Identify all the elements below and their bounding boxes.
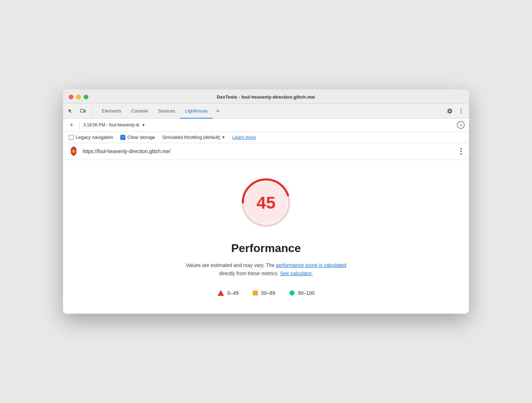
divider (79, 121, 80, 129)
url-row: 🏮 https://foul-heavenly-direction.glitch… (63, 143, 469, 160)
legacy-nav-label: Legacy navigation (76, 135, 113, 140)
address-display: 3:18:06 PM - foul-heavenly-di ▼ (83, 122, 453, 127)
stop-icon[interactable]: ⊘ (457, 121, 465, 129)
perf-score-link[interactable]: performance score is calculated (276, 262, 346, 268)
page-url: https://foul-heavenly-direction.glitch.m… (83, 148, 455, 154)
legend-item-green: 90–100 (290, 290, 315, 296)
tab-more[interactable]: » (213, 104, 223, 119)
add-tab-button[interactable]: + (67, 121, 76, 129)
close-button[interactable] (69, 95, 73, 99)
svg-point-3 (461, 110, 462, 111)
green-circle-icon (290, 291, 294, 295)
devtools-icons (66, 106, 93, 116)
clear-storage-label: Clear storage (127, 135, 155, 140)
legend-label-orange: 50–89 (261, 290, 275, 296)
throttle-dropdown-arrow: ▼ (221, 135, 225, 139)
svg-point-2 (461, 109, 462, 110)
toolbar-bar: + 3:18:06 PM - foul-heavenly-di ▼ ⊘ (63, 119, 469, 132)
legend-item-orange: 50–89 (253, 290, 275, 296)
inspect-icon[interactable] (66, 106, 76, 116)
devtools-tabs-bar: Elements Console Sources Lighthouse » (63, 104, 469, 119)
legacy-nav-option[interactable]: Legacy navigation (69, 135, 113, 140)
tab-lighthouse[interactable]: Lighthouse (180, 104, 213, 119)
more-options-icon[interactable] (456, 106, 466, 116)
score-container: 45 (238, 174, 294, 231)
learn-more-link[interactable]: Learn more (232, 135, 256, 140)
score-legend: 0–49 50–89 90–100 (218, 290, 315, 296)
score-number: 45 (256, 193, 275, 213)
browser-window: DevTools - foul-heavenly-direction.glitc… (63, 89, 469, 314)
tab-console[interactable]: Console (126, 104, 153, 119)
settings-icon[interactable] (445, 106, 455, 116)
tab-elements[interactable]: Elements (97, 104, 126, 119)
legend-label-green: 90–100 (298, 290, 315, 296)
tab-sources[interactable]: Sources (153, 104, 180, 119)
svg-rect-0 (80, 109, 84, 112)
lighthouse-favicon-icon: 🏮 (69, 147, 78, 156)
throttling-label: Simulated throttling (default) (162, 135, 220, 140)
orange-square-icon (253, 291, 258, 295)
options-bar: Legacy navigation Clear storage Simulate… (63, 132, 469, 143)
throttling-dropdown[interactable]: Simulated throttling (default) ▼ (162, 135, 225, 140)
maximize-button[interactable] (84, 95, 88, 99)
legend-item-red: 0–49 (218, 290, 239, 296)
legacy-nav-checkbox[interactable] (69, 135, 74, 140)
devtools-right-icons (445, 106, 466, 116)
url-row-menu-icon[interactable] (459, 147, 463, 156)
svg-point-4 (461, 112, 462, 113)
window-title: DevTools - foul-heavenly-direction.glitc… (217, 94, 315, 100)
clear-storage-checkbox[interactable] (120, 135, 125, 140)
legend-label-red: 0–49 (228, 290, 239, 296)
minimize-button[interactable] (76, 95, 81, 99)
main-content: 45 Performance Values are estimated and … (63, 160, 469, 314)
device-toggle-icon[interactable] (78, 106, 88, 116)
svg-rect-1 (84, 110, 85, 112)
title-bar: DevTools - foul-heavenly-direction.glitc… (63, 89, 469, 104)
red-triangle-icon (218, 290, 224, 296)
clear-storage-option[interactable]: Clear storage (120, 135, 155, 140)
score-value-container: 45 (256, 193, 275, 213)
traffic-lights (69, 95, 88, 99)
performance-title: Performance (231, 242, 301, 255)
performance-description: Values are estimated and may vary. The p… (186, 261, 346, 277)
calculator-link[interactable]: See calculator. (280, 271, 313, 276)
